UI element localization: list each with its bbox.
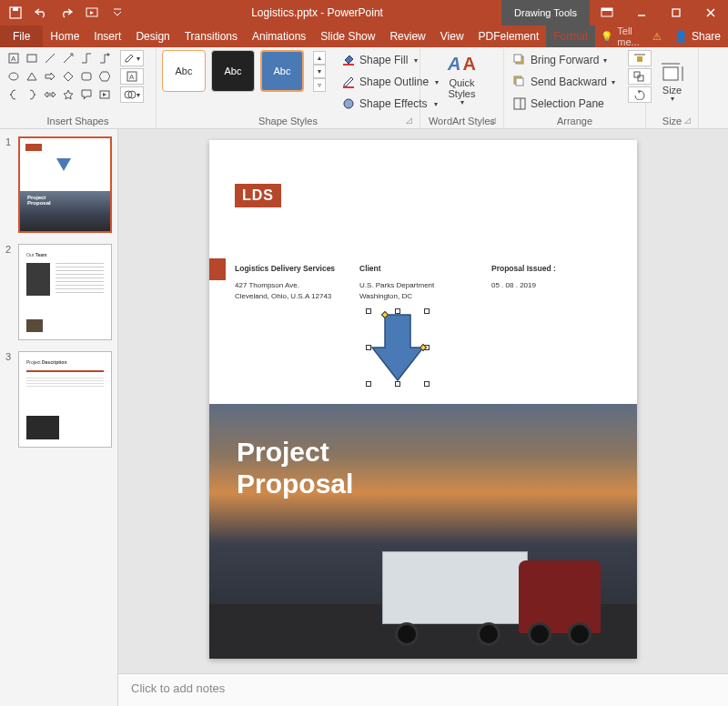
shape-callout[interactable] bbox=[78, 86, 95, 103]
send-backward-button[interactable]: Send Backward▾ bbox=[510, 72, 619, 92]
slide-canvas[interactable]: LDS Logistics Delivery Services 427 Thom… bbox=[118, 129, 728, 673]
svg-rect-20 bbox=[343, 86, 354, 88]
notes-pane[interactable]: Click to add notes bbox=[118, 673, 728, 706]
hero-title[interactable]: Project Proposal bbox=[237, 437, 353, 499]
tab-home[interactable]: Home bbox=[43, 25, 86, 47]
style-swatch-3[interactable]: Abc bbox=[260, 50, 304, 92]
hero-image[interactable]: Project Proposal bbox=[209, 404, 637, 659]
shape-effects-label: Shape Effects bbox=[359, 97, 428, 110]
resize-handle-nw[interactable] bbox=[366, 308, 371, 314]
bring-forward-button[interactable]: Bring Forward▾ bbox=[510, 50, 619, 70]
tab-format[interactable]: Format bbox=[546, 25, 595, 47]
info-column-company[interactable]: Logistics Delivery Services 427 Thompson… bbox=[235, 263, 335, 302]
svg-line-10 bbox=[46, 54, 55, 63]
shape-textbox[interactable]: A bbox=[5, 50, 22, 66]
quick-styles-button[interactable]: A A Quick Styles▾ bbox=[440, 50, 485, 110]
style-swatch-2[interactable]: Abc bbox=[211, 50, 255, 92]
ribbon: A ▾ A ▾ bbox=[0, 47, 728, 129]
selection-pane-icon bbox=[513, 97, 526, 110]
client-line-2: Washington, DC bbox=[359, 291, 434, 302]
down-arrow-shape[interactable] bbox=[369, 311, 427, 384]
quick-styles-label: Quick Styles bbox=[440, 77, 485, 99]
shape-rect[interactable] bbox=[24, 50, 40, 66]
info-column-date[interactable]: Proposal Issued : 05 . 08 . 2019 bbox=[491, 263, 556, 291]
redo-button[interactable] bbox=[55, 2, 78, 24]
wordart-a-icon: A bbox=[448, 54, 460, 74]
tab-design[interactable]: Design bbox=[128, 25, 177, 47]
title-bar: Logistics.pptx - PowerPoint Drawing Tool… bbox=[0, 0, 728, 25]
resize-handle-se[interactable] bbox=[424, 381, 430, 387]
group-insert-shapes: A ▾ A ▾ bbox=[0, 47, 157, 128]
info-column-client[interactable]: Client U.S. Parks Department Washington,… bbox=[359, 263, 434, 302]
warning-icon: ⚠ bbox=[652, 31, 662, 43]
tab-slide-show[interactable]: Slide Show bbox=[313, 25, 382, 47]
slide-1[interactable]: LDS Logistics Delivery Services 427 Thom… bbox=[209, 140, 637, 659]
resize-handle-s[interactable] bbox=[395, 381, 400, 387]
resize-handle-ne[interactable] bbox=[424, 308, 430, 314]
thumbnail-2[interactable]: Our Team bbox=[18, 244, 112, 340]
wordart-launcher[interactable]: ◿ bbox=[487, 116, 498, 126]
shape-hexagon[interactable] bbox=[96, 68, 113, 85]
shape-connector-arrow[interactable] bbox=[96, 50, 113, 66]
text-box-button[interactable]: A bbox=[120, 68, 144, 85]
slide-logo[interactable]: LDS bbox=[235, 184, 281, 207]
group-wordart-styles: A A Quick Styles▾ WordArt Styles◿ bbox=[420, 47, 504, 128]
shape-style-gallery[interactable]: Abc Abc Abc ▴ ▾ ▿ bbox=[162, 50, 326, 92]
tab-insert[interactable]: Insert bbox=[86, 25, 128, 47]
shape-action[interactable] bbox=[96, 86, 113, 103]
shape-left-brace[interactable] bbox=[5, 86, 22, 103]
minimize-button[interactable] bbox=[624, 0, 659, 25]
shape-line-arrow[interactable] bbox=[60, 50, 76, 66]
shape-star[interactable] bbox=[60, 86, 76, 103]
tell-me-search[interactable]: 💡 Tell me... ⚠ bbox=[595, 25, 667, 47]
size-launcher[interactable]: ◿ bbox=[682, 116, 693, 126]
client-line-1: U.S. Parks Department bbox=[359, 280, 434, 291]
ribbon-display-button[interactable] bbox=[590, 0, 624, 25]
thumbnail-3[interactable]: Project Description bbox=[18, 351, 112, 448]
resize-handle-sw[interactable] bbox=[366, 381, 371, 387]
slide-thumbnail-panel[interactable]: 1 ProjectProposal 2 Our Team 3 Project D… bbox=[0, 129, 118, 706]
qat-customize-button[interactable] bbox=[106, 2, 129, 24]
style-swatch-1[interactable]: Abc bbox=[162, 50, 206, 92]
share-button[interactable]: 👤 Share bbox=[667, 25, 728, 47]
window-title: Logistics.pptx - PowerPoint bbox=[133, 6, 501, 19]
tab-transitions[interactable]: Transitions bbox=[177, 25, 245, 47]
red-side-tab bbox=[209, 258, 226, 280]
thumbnail-1[interactable]: ProjectProposal bbox=[18, 136, 112, 233]
shape-rounded-rect[interactable] bbox=[78, 68, 95, 85]
tab-file[interactable]: File bbox=[0, 25, 43, 47]
size-button[interactable]: Size▾ bbox=[652, 52, 693, 112]
shape-left-right-arrow[interactable] bbox=[42, 86, 58, 103]
undo-button[interactable] bbox=[29, 2, 53, 24]
svg-rect-4 bbox=[602, 8, 612, 11]
close-button[interactable] bbox=[693, 0, 728, 25]
tab-view[interactable]: View bbox=[433, 25, 471, 47]
resize-handle-w[interactable] bbox=[366, 345, 371, 350]
workspace: 1 ProjectProposal 2 Our Team 3 Project D… bbox=[0, 129, 728, 706]
shape-diamond[interactable] bbox=[60, 68, 76, 85]
tab-review[interactable]: Review bbox=[382, 25, 432, 47]
shape-styles-launcher[interactable]: ◿ bbox=[403, 116, 414, 126]
shape-line[interactable] bbox=[42, 50, 58, 66]
group-label-insert-shapes: Insert Shapes bbox=[5, 114, 150, 128]
shapes-gallery[interactable]: A bbox=[5, 50, 113, 103]
edit-shape-button[interactable]: ▾ bbox=[120, 50, 144, 66]
gallery-up-button[interactable]: ▴ bbox=[313, 51, 326, 65]
save-button[interactable] bbox=[4, 2, 27, 24]
shape-oval[interactable] bbox=[5, 68, 22, 85]
merge-shapes-button[interactable]: ▾ bbox=[120, 86, 144, 103]
shape-connector[interactable] bbox=[78, 50, 95, 66]
resize-handle-n[interactable] bbox=[395, 308, 400, 314]
start-from-beginning-button[interactable] bbox=[80, 2, 104, 24]
shape-triangle[interactable] bbox=[24, 68, 40, 85]
shape-right-brace[interactable] bbox=[24, 86, 40, 103]
gallery-down-button[interactable]: ▾ bbox=[313, 65, 326, 78]
maximize-button[interactable] bbox=[659, 0, 693, 25]
shape-right-arrow[interactable] bbox=[42, 68, 58, 85]
gallery-more-button[interactable]: ▿ bbox=[313, 78, 326, 92]
tab-pdfelement[interactable]: PDFelement bbox=[471, 25, 547, 47]
tab-animations[interactable]: Animations bbox=[245, 25, 313, 47]
effects-icon bbox=[342, 97, 355, 110]
ribbon-tabstrip: File Home Insert Design Transitions Anim… bbox=[0, 25, 728, 47]
selection-pane-button[interactable]: Selection Pane bbox=[510, 94, 619, 114]
